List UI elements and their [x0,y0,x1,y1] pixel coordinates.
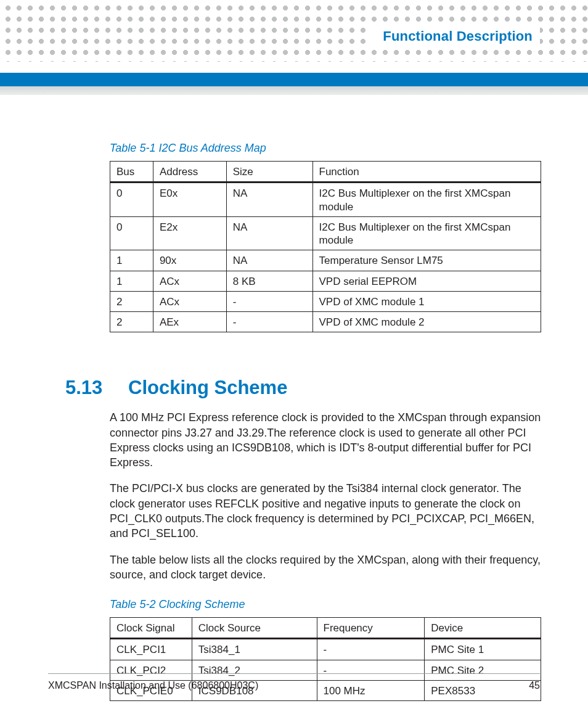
cell: NA [226,216,312,250]
paragraph: A 100 MHz PCI Express reference clock is… [110,410,541,470]
table-row: 2 AEx - VPD of XMC module 2 [110,312,541,332]
section-clocking-scheme: 5.13 Clocking Scheme A 100 MHz PCI Expre… [110,377,541,701]
paragraph: The PCI/PCI-X bus clocks are generated b… [110,481,541,541]
th-clock-source: Clock Source [192,618,317,639]
table-i2c-bus-address-map: Bus Address Size Function 0 E0x NA I2C B… [110,161,541,332]
cell: Temperature Sensor LM75 [312,250,541,271]
th-size: Size [226,162,312,183]
paragraph: The table below lists all the clocks req… [110,552,541,583]
table-row: 0 E2x NA I2C Bus Multiplexer on the firs… [110,216,541,250]
header-grey-bar [0,86,588,95]
th-bus: Bus [110,162,153,183]
cell: E2x [153,216,226,250]
cell: CLK_PCI1 [110,639,192,660]
table-2-caption: Table 5-2 Clocking Scheme [110,598,541,611]
cell: I2C Bus Multiplexer on the first XMCspan… [312,183,541,217]
cell: 0 [110,216,153,250]
chapter-title: Functional Description [370,27,540,46]
cell: VPD of XMC module 2 [312,312,541,332]
cell: - [226,312,312,332]
th-function: Function [312,162,541,183]
page-content: Table 5-1 I2C Bus Address Map Bus Addres… [110,142,541,663]
cell: Tsi384_1 [192,639,317,660]
cell: NA [226,183,312,217]
footer-page-number: 45 [529,680,540,691]
footer-doc-title: XMCSPAN Installation and Use (6806800H03… [48,680,258,691]
cell: 1 [110,250,153,271]
table-row: 2 ACx - VPD of XMC module 1 [110,291,541,311]
cell: I2C Bus Multiplexer on the first XMCspan… [312,216,541,250]
section-number: 5.13 [65,377,110,399]
cell: 2 [110,312,153,332]
table-row: 1 ACx 8 KB VPD serial EEPROM [110,271,541,291]
cell: - [226,291,312,311]
cell: 90x [153,250,226,271]
cell: E0x [153,183,226,217]
section-title: Clocking Scheme [128,377,287,399]
th-address: Address [153,162,226,183]
table-row: 1 90x NA Temperature Sensor LM75 [110,250,541,271]
section-heading: 5.13 Clocking Scheme [110,377,541,399]
table-header-row: Clock Signal Clock Source Frequency Devi… [110,618,541,639]
th-frequency: Frequency [317,618,425,639]
cell: ACx [153,271,226,291]
table-header-row: Bus Address Size Function [110,162,541,183]
th-device: Device [425,618,541,639]
cell: - [317,639,425,660]
cell: VPD of XMC module 1 [312,291,541,311]
cell: 1 [110,271,153,291]
cell: VPD serial EEPROM [312,271,541,291]
cell: NA [226,250,312,271]
header-blue-bar [0,73,588,86]
page-footer: XMCSPAN Installation and Use (6806800H03… [48,673,540,691]
cell: 0 [110,183,153,217]
cell: 2 [110,291,153,311]
th-clock-signal: Clock Signal [110,618,192,639]
cell: PMC Site 1 [425,639,541,660]
cell: AEx [153,312,226,332]
cell: ACx [153,291,226,311]
table-row: CLK_PCI1 Tsi384_1 - PMC Site 1 [110,639,541,660]
cell: 8 KB [226,271,312,291]
table-row: 0 E0x NA I2C Bus Multiplexer on the firs… [110,183,541,217]
table-1-caption: Table 5-1 I2C Bus Address Map [110,142,541,155]
